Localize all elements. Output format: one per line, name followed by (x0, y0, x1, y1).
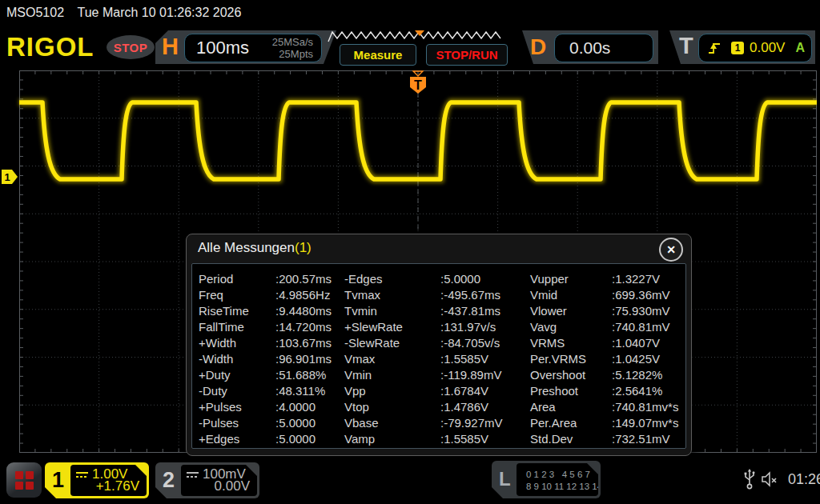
measurement-value: :5.0000 (275, 431, 316, 447)
oscilloscope-screen: MSO5102 Tue March 10 01:26:32 2026 RIGOL… (0, 0, 820, 504)
measurement-value: :1.6784V (440, 383, 488, 399)
measurement-value: :1.5585V (440, 351, 488, 367)
measurement-row: -SlewRate:-84.705v/s (344, 335, 530, 351)
stop-run-button[interactable]: STOP/RUN (426, 44, 508, 66)
measurement-value: :732.51mV (612, 431, 670, 447)
measurement-value: :5.1282% (612, 367, 662, 383)
measurement-row: +Duty:51.688% (199, 367, 344, 383)
memory-depth: 25Mpts (279, 48, 313, 60)
measurement-value: :699.36mV (612, 287, 670, 303)
memory-waveform-icon (328, 32, 500, 42)
measurement-value: :1.3227V (612, 271, 660, 287)
measurement-value: :96.901ms (275, 351, 332, 367)
measurement-name: Vmid (530, 287, 612, 303)
measurement-value: :1.0425V (612, 351, 660, 367)
measurement-name: Tvmax (344, 287, 440, 303)
measurement-row: Vmid:699.36mV (530, 287, 685, 303)
delay-box[interactable]: 0.00s (554, 34, 653, 62)
measurement-name: -Pulses (199, 415, 275, 431)
measurements-column-3: Vupper:1.3227VVmid:699.36mVVlower:75.930… (530, 271, 685, 448)
rigol-logo: RIGOL (6, 32, 94, 62)
measurement-name: VRMS (530, 335, 612, 351)
trigger-box[interactable]: 1 0.00V A (698, 34, 812, 62)
channel2-number: 2 (155, 462, 182, 498)
measurement-value: :-437.81ms (440, 303, 500, 319)
quick-menu-button[interactable] (6, 462, 42, 498)
measurement-name: Vupper (530, 271, 612, 287)
measurement-row: Vtop:1.4786V (344, 399, 530, 415)
measurement-row: Area:740.81mv*s (530, 399, 685, 415)
svg-text:1: 1 (4, 171, 10, 183)
channel2-status-block[interactable]: 2 100mV 0.00V (155, 462, 259, 498)
measurement-value: :149.07mv*s (612, 415, 678, 431)
measurement-row: Vupper:1.3227V (530, 271, 685, 287)
measurement-value: :4.0000 (275, 399, 316, 415)
measurements-table: Period:200.57msFreq:4.9856HzRiseTime:9.4… (191, 263, 686, 449)
measurement-name: -Width (199, 351, 275, 367)
measurement-row: Vbase:-79.927mV (344, 415, 530, 431)
measurement-row: Preshoot:2.5641% (530, 383, 685, 399)
measurement-row: VRMS:1.0407V (530, 335, 685, 351)
measurement-name: Vamp (344, 431, 440, 447)
measurement-name: +Duty (199, 367, 275, 383)
channel1-offset: +1.76V (96, 478, 139, 494)
measurement-value: :131.97v/s (440, 319, 496, 335)
delay-label: D (530, 34, 546, 60)
measurement-row: -Pulses:5.0000 (199, 415, 344, 431)
channel1-level-marker[interactable]: 1 (2, 170, 18, 184)
trigger-position-marker[interactable]: T (410, 71, 426, 94)
measurement-name: Per.VRMS (530, 351, 612, 367)
measurement-row: Vpp:1.6784V (344, 383, 530, 399)
measurement-row: Period:200.57ms (199, 271, 344, 287)
measurement-name: +Pulses (199, 399, 275, 415)
measurement-row: +SlewRate:131.97v/s (344, 319, 530, 335)
sample-rate-memory: 25MSa/s 25Mpts (272, 36, 313, 60)
channel1-status-block[interactable]: 1 1.00V +1.76V (45, 462, 149, 498)
trigger-label: T (679, 33, 693, 59)
measurement-name: Vpp (344, 383, 440, 399)
measurement-name: -SlewRate (344, 335, 440, 351)
measurement-value: :740.81mv*s (612, 399, 678, 415)
channel2-offset: 0.00V (215, 478, 250, 494)
channel1-values: 1.00V +1.76V (70, 465, 147, 496)
measurement-value: :2.5641% (612, 383, 662, 399)
measurement-value: :5.0000 (275, 415, 316, 431)
measurement-name: Period (199, 271, 275, 287)
dc-coupling-icon (76, 471, 88, 478)
measurement-row: +Edges:5.0000 (199, 431, 344, 447)
measurement-value: :-84.705v/s (440, 335, 500, 351)
measurement-row: Per.VRMS:1.0425V (530, 351, 685, 367)
measurements-column-1: Period:200.57msFreq:4.9856HzRiseTime:9.4… (192, 271, 344, 448)
measurement-row: -Duty:48.311% (199, 383, 344, 399)
trigger-level: 0.00V (750, 40, 785, 56)
run-state-badge[interactable]: STOP (107, 35, 155, 59)
measurement-value: :51.688% (275, 367, 326, 383)
memory-position-bar[interactable] (327, 30, 506, 43)
measurement-value: :-119.89mV (440, 367, 501, 383)
measurement-value: :740.81mV (612, 319, 670, 335)
measurement-name: Vmin (344, 367, 440, 383)
measurement-name: +SlewRate (344, 319, 440, 335)
close-icon[interactable]: ✕ (659, 238, 683, 262)
measurement-name: Vlower (530, 303, 612, 319)
measurement-value: :75.930mV (612, 303, 670, 319)
measurement-row: RiseTime:9.4480ms (199, 303, 344, 319)
measurement-name: FallTime (199, 319, 275, 335)
measurement-value: :-495.67ms (440, 287, 500, 303)
measurement-name: Tvmin (344, 303, 440, 319)
all-measurements-popup: Alle Messungen(1) ✕ Period:200.57msFreq:… (186, 234, 692, 456)
measurement-row: Overshoot:5.1282% (530, 367, 685, 383)
logic-channel-numbers: 0 1 2 3 4 5 6 78 9 10 11 12 13 14 15 (517, 463, 598, 496)
measurement-row: Vmin:-119.89mV (344, 367, 530, 383)
timebase-box[interactable]: 100ms 25MSa/s 25Mpts (184, 34, 322, 62)
measurement-row: -Edges:5.0000 (344, 271, 530, 287)
logic-channels-block[interactable]: L 0 1 2 3 4 5 6 78 9 10 11 12 13 14 15 (492, 461, 601, 498)
timebase-value: 100ms (196, 38, 249, 58)
measurement-name: Vmax (344, 351, 440, 367)
measure-button[interactable]: Measure (340, 44, 416, 66)
delay-value: 0.00s (569, 38, 610, 58)
channel2-values: 100mV 0.00V (181, 465, 257, 496)
trigger-mode: A (795, 41, 805, 55)
measurement-row: Tvmax:-495.67ms (344, 287, 530, 303)
measurement-value: :48.311% (275, 383, 325, 399)
